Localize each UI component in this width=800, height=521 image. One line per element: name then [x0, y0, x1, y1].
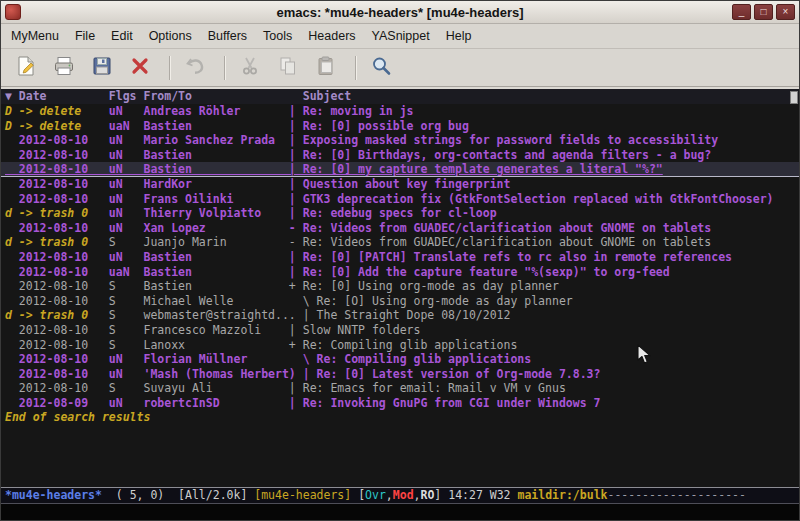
row-segment-read: 2012-08-10 S Michael Welle \ Re: [O] Usi…: [5, 294, 573, 308]
row-segment-unread: 2012-08-10 uaN Bastien | Re: [0] Add the…: [5, 265, 670, 279]
row-segment-unread: uN Andreas Röhler | Re: moving in js: [109, 104, 414, 118]
message-row[interactable]: 2012-08-10 S Francesco Mazzoli | Slow NN…: [1, 323, 799, 338]
row-segment-unread: 2012-08-10 uN HardKor | Question about k…: [5, 177, 510, 191]
modeline: *mu4e-headers* ( 5, 0) [All/2.0k] [mu4e-…: [1, 487, 799, 504]
modeline-segment-dash: --------------------: [607, 488, 745, 502]
message-row[interactable]: 2012-08-10 S Bastien + Re: [0] Using org…: [1, 279, 799, 294]
message-row[interactable]: d -> trash 0 uN Thierry Volpiatto | Re: …: [1, 206, 799, 221]
message-row[interactable]: D -> delete uN Andreas Röhler | Re: movi…: [1, 104, 799, 119]
menu-item-tools[interactable]: Tools: [255, 25, 300, 47]
cut-button[interactable]: [233, 52, 267, 83]
maximize-button[interactable]: □: [754, 4, 773, 20]
message-row[interactable]: 2012-08-10 S Lanoxx + Re: Compiling glib…: [1, 338, 799, 353]
message-row[interactable]: 2012-08-10 uN Frans Oilinki | GTK3 depre…: [1, 192, 799, 207]
message-row[interactable]: D -> delete uaN Bastien | Re: [0] possib…: [1, 119, 799, 134]
message-row[interactable]: 2012-08-09 uN robertcInSD | Re: Invoking…: [1, 396, 799, 411]
cut-icon: [239, 55, 261, 80]
paste-button[interactable]: [309, 52, 343, 83]
menu-item-file[interactable]: File: [67, 25, 103, 47]
message-row[interactable]: 2012-08-10 uN Bastien | Re: [0] Birthday…: [1, 148, 799, 163]
message-row[interactable]: 2012-08-10 S Suvayu Ali | Re: Emacs for …: [1, 381, 799, 396]
menu-item-mymenu[interactable]: MyMenu: [3, 25, 67, 47]
message-row[interactable]: 2012-08-10 uN Xan Lopez - Re: Videos fro…: [1, 221, 799, 236]
menu-item-yasnippet[interactable]: YASnippet: [364, 25, 438, 47]
row-segment-mark: d -> trash 0: [5, 308, 109, 322]
row-segment-read: S webmaster@straightd... | The Straight …: [109, 308, 511, 322]
toolbar-separator: [355, 56, 356, 80]
modeline-segment-plain: ,: [386, 488, 393, 502]
row-segment-mark: D -> delete: [5, 119, 109, 133]
minibuffer[interactable]: [1, 504, 799, 520]
end-of-results: End of search results: [1, 410, 799, 425]
row-segment-mark: d -> trash 0: [5, 235, 109, 249]
modeline-segment-buf: *mu4e-headers*: [5, 488, 102, 502]
menu-item-edit[interactable]: Edit: [103, 25, 141, 47]
message-row[interactable]: 2012-08-10 uN Bastien | Re: [0] [PATCH] …: [1, 250, 799, 265]
message-row-current[interactable]: 2012-08-10 uN Bastien | Re: [0] my captu…: [1, 162, 799, 177]
modeline-segment-mod: Mod: [393, 488, 414, 502]
row-segment-unread: uN Thierry Volpiatto | Re: edebug specs …: [109, 206, 497, 220]
message-row[interactable]: 2012-08-10 uaN Bastien | Re: [0] Add the…: [1, 265, 799, 280]
row-segment-read: 2012-08-10 S Bastien + Re: [0] Using org…: [5, 279, 559, 293]
menu-item-options[interactable]: Options: [141, 25, 200, 47]
titlebar[interactable]: emacs: *mu4e-headers* [mu4e-headers] _□×: [1, 1, 799, 24]
modeline-segment-plain: ]: [434, 488, 448, 502]
modeline-segment-plain: 14:27 W32: [448, 488, 517, 502]
save-icon: [91, 55, 113, 80]
undo-button[interactable]: [178, 52, 212, 83]
search-icon: [370, 55, 392, 80]
row-segment-unread: 2012-08-10 uN 'Mash (Thomas Herbert) | R…: [5, 367, 600, 381]
modeline-segment-ovr: Ovr: [365, 488, 386, 502]
toolbar: [1, 49, 799, 87]
undo-icon: [184, 55, 206, 80]
modeline-segment-dir: maildir:/bulk: [517, 488, 607, 502]
minimize-icon: _: [739, 6, 745, 17]
row-segment-read: 2012-08-10 S Suvayu Ali | Re: Emacs for …: [5, 381, 566, 395]
copy-icon: [277, 55, 299, 80]
row-segment-unread: 2012-08-10 uN Bastien | Re: [0] Birthday…: [5, 148, 711, 162]
row-segment-mark: D -> delete: [5, 104, 109, 118]
window-controls: _□×: [732, 4, 795, 20]
message-row[interactable]: 2012-08-10 uN 'Mash (Thomas Herbert) | R…: [1, 367, 799, 382]
scrollbar-thumb[interactable]: [790, 91, 798, 104]
menu-item-buffers[interactable]: Buffers: [200, 25, 255, 47]
print-button[interactable]: [47, 52, 81, 83]
message-row[interactable]: 2012-08-10 S Michael Welle \ Re: [O] Usi…: [1, 294, 799, 309]
message-row[interactable]: d -> trash 0 S webmaster@straightd... | …: [1, 308, 799, 323]
toolbar-separator: [169, 56, 170, 80]
save-button[interactable]: [85, 52, 119, 83]
row-segment-read: S Juanjo Marin - Re: Videos from GUADEC/…: [109, 235, 711, 249]
toolbar-separator: [224, 56, 225, 80]
copy-button[interactable]: [271, 52, 305, 83]
close-button[interactable]: ×: [776, 4, 795, 20]
menu-item-headers[interactable]: Headers: [300, 25, 363, 47]
message-row[interactable]: 2012-08-10 uN Florian Müllner \ Re: Comp…: [1, 352, 799, 367]
close-icon: [129, 55, 151, 80]
mouse-cursor: [637, 344, 651, 369]
message-row[interactable]: 2012-08-10 uN Mario Sanchez Prada | Expo…: [1, 133, 799, 148]
emacs-app-icon: [5, 4, 21, 20]
row-segment-unread: 2012-08-10 uN Xan Lopez - Re: Videos fro…: [5, 221, 711, 235]
row-segment-unread: uaN Bastien | Re: [0] possible org bug: [109, 119, 469, 133]
row-segment-unread: 2012-08-10 uN Frans Oilinki | GTK3 depre…: [5, 192, 774, 206]
buffer-area[interactable]: ▼ Date Flgs From/To Subject D -> delete …: [1, 87, 799, 487]
new-file-button[interactable]: [9, 52, 43, 83]
row-segment-unread: 2012-08-10 uN Bastien | Re: [0] my captu…: [5, 162, 663, 176]
row-segment-unread: 2012-08-10 uN Florian Müllner \ Re: Comp…: [5, 352, 531, 366]
row-segment-unread: 2012-08-10 uN Mario Sanchez Prada | Expo…: [5, 133, 718, 147]
menu-item-help[interactable]: Help: [438, 25, 480, 47]
search-button[interactable]: [364, 52, 398, 83]
menubar: MyMenuFileEditOptionsBuffersToolsHeaders…: [1, 24, 799, 49]
header-line: ▼ Date Flgs From/To Subject: [1, 89, 799, 104]
message-row[interactable]: d -> trash 0 S Juanjo Marin - Re: Videos…: [1, 235, 799, 250]
maximize-icon: □: [760, 6, 766, 17]
row-segment-read: 2012-08-10 S Francesco Mazzoli | Slow NN…: [5, 323, 420, 337]
message-row[interactable]: 2012-08-10 uN HardKor | Question about k…: [1, 177, 799, 192]
window-title: emacs: *mu4e-headers* [mu4e-headers]: [1, 5, 799, 20]
new-file-icon: [15, 55, 37, 80]
message-list: D -> delete uN Andreas Röhler | Re: movi…: [1, 104, 799, 410]
minimize-button[interactable]: _: [732, 4, 751, 20]
emacs-window: emacs: *mu4e-headers* [mu4e-headers] _□×…: [0, 0, 800, 521]
modeline-segment-ro: RO: [421, 488, 435, 502]
close-buffer-button[interactable]: [123, 52, 157, 83]
